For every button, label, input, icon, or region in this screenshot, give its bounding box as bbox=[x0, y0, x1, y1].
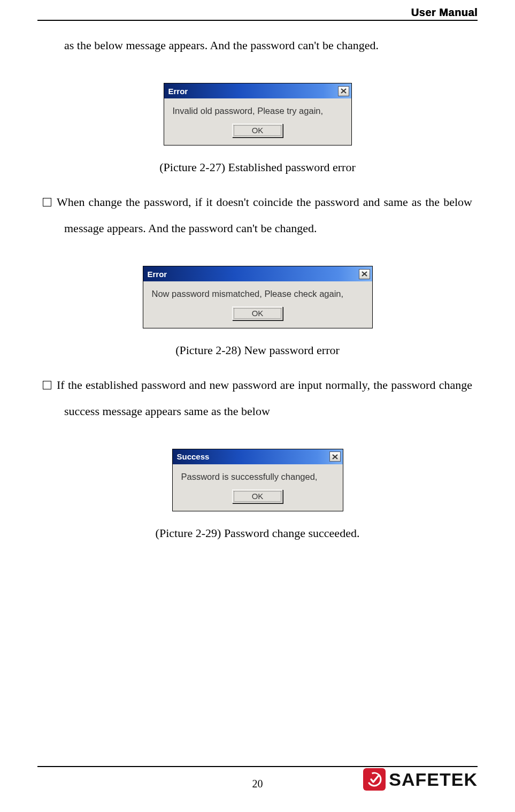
figure-3: Success Password is successfully changed… bbox=[37, 449, 478, 540]
footer-divider bbox=[37, 766, 478, 767]
page-footer: 20 SAFETEK bbox=[37, 766, 478, 796]
page-number: 20 bbox=[252, 778, 263, 790]
dialog-titlebar: Success bbox=[173, 449, 343, 464]
close-icon bbox=[341, 88, 347, 94]
ok-button[interactable]: OK bbox=[232, 489, 283, 503]
dialog-titlebar: Error bbox=[164, 83, 351, 98]
close-button[interactable] bbox=[329, 451, 341, 462]
success-dialog: Success Password is successfully changed… bbox=[172, 449, 343, 511]
figure-1-caption: (Picture 2-27) Established password erro… bbox=[37, 160, 478, 174]
figure-2: Error Now password mismatched, Please ch… bbox=[37, 266, 478, 357]
figure-3-caption: (Picture 2-29) Password change succeeded… bbox=[37, 526, 478, 540]
brand-logo: SAFETEK bbox=[363, 768, 478, 791]
dialog-body: Password is successfully changed, OK bbox=[173, 464, 343, 511]
paragraph-1: as the below message appears. And the pa… bbox=[43, 33, 472, 58]
ok-button[interactable]: OK bbox=[232, 124, 283, 137]
ok-button[interactable]: OK bbox=[232, 307, 283, 320]
header-divider bbox=[37, 20, 478, 21]
paragraph-2: When change the password, if it doesn't … bbox=[43, 189, 472, 241]
close-icon bbox=[362, 271, 367, 277]
error-dialog-2: Error Now password mismatched, Please ch… bbox=[143, 266, 373, 328]
dialog-message: Invalid old password, Please try again, bbox=[172, 105, 344, 124]
close-button[interactable] bbox=[338, 86, 349, 96]
dialog-message: Password is successfully changed, bbox=[180, 471, 335, 489]
dialog-titlebar: Error bbox=[143, 266, 372, 281]
dialog-title: Error bbox=[148, 270, 167, 279]
dialog-message: Now password mismatched, Please check ag… bbox=[151, 288, 365, 307]
dialog-title: Error bbox=[168, 87, 188, 96]
brand-mark-icon bbox=[363, 768, 386, 791]
error-dialog-1: Error Invalid old password, Please try a… bbox=[164, 83, 352, 145]
close-icon bbox=[332, 454, 338, 459]
dialog-title: Success bbox=[177, 452, 210, 461]
brand-name: SAFETEK bbox=[389, 769, 478, 790]
close-button[interactable] bbox=[359, 269, 370, 279]
figure-1: Error Invalid old password, Please try a… bbox=[37, 83, 478, 174]
dialog-body: Invalid old password, Please try again, … bbox=[164, 98, 351, 145]
page-header-title: User Manual bbox=[37, 0, 478, 20]
paragraph-3: If the established password and new pass… bbox=[43, 372, 472, 424]
figure-2-caption: (Picture 2-28) New password error bbox=[37, 343, 478, 357]
dialog-body: Now password mismatched, Please check ag… bbox=[143, 281, 372, 328]
